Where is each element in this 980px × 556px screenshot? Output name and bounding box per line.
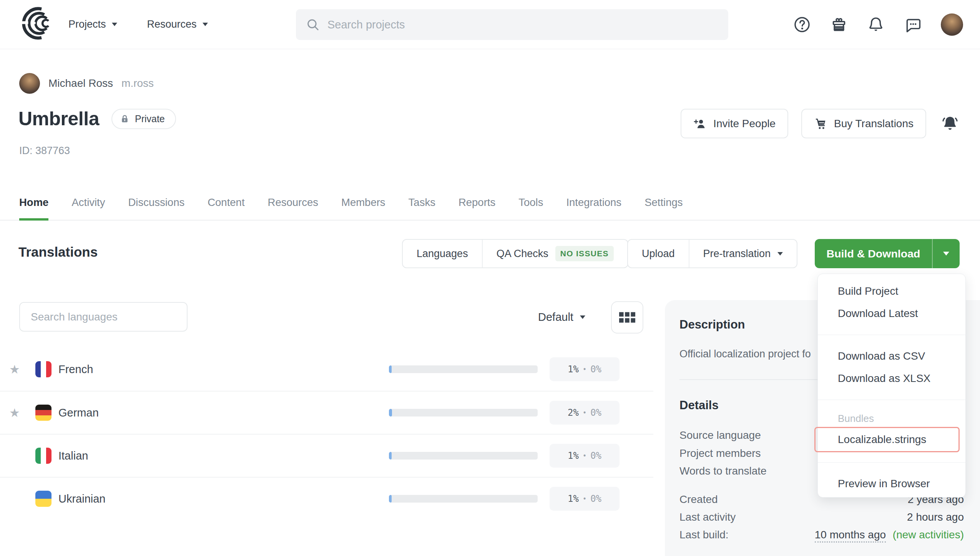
translation-progress-bar (389, 452, 538, 460)
progress-badge: 1% • 0% (550, 444, 620, 468)
help-icon[interactable] (793, 16, 811, 33)
buy-translations-button[interactable]: Buy Translations (801, 109, 926, 138)
search-languages-input[interactable] (19, 302, 188, 332)
approved-percent: 0% (590, 364, 601, 375)
languages-qa-group: Languages QA Checks NO ISSUES (402, 239, 628, 268)
privacy-badge: Private (111, 109, 176, 129)
search-icon (306, 18, 320, 32)
last-activity-row: Last activity 2 hours ago (679, 508, 964, 526)
messages-icon[interactable] (904, 16, 922, 33)
invite-people-button[interactable]: Invite People (681, 109, 788, 138)
language-name: Ukrainian (58, 493, 106, 505)
chevron-down-icon (943, 252, 949, 256)
build-download-label: Build & Download (827, 247, 920, 260)
progress-badge: 1% • 0% (550, 357, 620, 381)
divider (818, 335, 965, 335)
flag-ukraine-icon (35, 491, 51, 507)
translated-percent: 2% (568, 407, 579, 418)
approved-percent: 0% (590, 450, 601, 461)
pretranslation-label: Pre-translation (703, 248, 771, 260)
nav-projects-menu[interactable]: Projects (68, 18, 117, 30)
tab-tasks[interactable]: Tasks (409, 196, 435, 221)
menu-item-download-xlsx[interactable]: Download as XLSX (818, 367, 965, 390)
approved-percent: 0% (590, 493, 601, 504)
chevron-down-icon (112, 23, 117, 26)
menu-item-download-csv[interactable]: Download as CSV (818, 345, 965, 367)
tab-resources[interactable]: Resources (268, 196, 318, 221)
languages-label: Languages (417, 248, 468, 260)
progress-badge: 1% • 0% (550, 487, 620, 511)
menu-item-preview-in-browser[interactable]: Preview in Browser (818, 473, 965, 495)
owner-username: m.ross (121, 77, 154, 90)
percent-separator: • (583, 495, 586, 503)
divider (818, 462, 965, 463)
bundles-section-header: Bundles (818, 410, 965, 427)
languages-button[interactable]: Languages (403, 240, 482, 267)
language-name: Italian (58, 450, 88, 462)
tab-activity[interactable]: Activity (71, 196, 105, 221)
gift-icon[interactable] (830, 16, 848, 33)
language-row-ukrainian[interactable]: Ukrainian 1% • 0% (0, 477, 653, 520)
qa-checks-button[interactable]: QA Checks NO ISSUES (482, 240, 628, 267)
tab-members[interactable]: Members (341, 196, 385, 221)
translation-progress-bar (389, 409, 538, 417)
project-page: Projects Resources (0, 0, 980, 556)
flag-germany-icon (35, 405, 51, 421)
qa-status-badge: NO ISSUES (555, 246, 614, 261)
language-row-french[interactable]: ★ French 1% • 0% (0, 348, 653, 391)
translation-progress-bar (389, 365, 538, 373)
app-logo[interactable] (18, 7, 57, 42)
chevron-down-icon (203, 23, 208, 26)
menu-item-download-latest[interactable]: Download Latest (818, 302, 965, 325)
owner-row[interactable]: Michael Ross m.ross (19, 73, 154, 94)
nav-resources-menu[interactable]: Resources (147, 18, 208, 30)
last-build-row: Last build: 10 months ago (new activitie… (679, 526, 964, 544)
favorite-star-icon[interactable]: ★ (9, 363, 20, 375)
favorite-star-icon[interactable]: ★ (9, 407, 20, 419)
created-label: Created (679, 493, 718, 506)
lock-icon (120, 114, 130, 124)
language-list: ★ French 1% • 0% ★ German 2% • 0% (0, 348, 653, 520)
view-options-button[interactable] (611, 301, 643, 334)
last-activity-label: Last activity (679, 511, 736, 523)
build-download-menu: Build Project Download Latest Download a… (817, 274, 966, 498)
upload-button[interactable]: Upload (628, 240, 689, 267)
words-to-translate-label: Words to translate (679, 462, 767, 480)
buy-translations-label: Buy Translations (834, 118, 914, 130)
invite-people-label: Invite People (713, 118, 776, 130)
chevron-down-icon (777, 252, 783, 256)
description-title: Description (679, 318, 745, 332)
tab-integrations[interactable]: Integrations (566, 196, 621, 221)
build-download-button[interactable]: Build & Download (815, 239, 932, 268)
pretranslation-button[interactable]: Pre-translation (689, 240, 797, 267)
language-name: French (58, 363, 93, 376)
translated-percent: 1% (568, 364, 579, 375)
project-notifications-icon[interactable] (941, 115, 959, 133)
top-navbar: Projects Resources (0, 0, 980, 49)
sort-label: Default (538, 311, 573, 324)
header-actions: Invite People Buy Translations (681, 109, 959, 138)
notifications-bell-icon[interactable] (867, 16, 885, 33)
global-search (296, 9, 728, 40)
user-avatar[interactable] (941, 13, 963, 36)
language-row-german[interactable]: ★ German 2% • 0% (0, 391, 653, 434)
tab-content[interactable]: Content (208, 196, 244, 221)
build-download-menu-toggle[interactable] (932, 239, 960, 268)
main-menu: Projects Resources (68, 18, 208, 30)
tab-reports[interactable]: Reports (458, 196, 495, 221)
sort-dropdown[interactable]: Default (538, 307, 585, 327)
tab-discussions[interactable]: Discussions (128, 196, 185, 221)
new-activities-link[interactable]: (new activities) (893, 529, 964, 541)
project-title: Umbrella (18, 108, 99, 130)
last-build-link[interactable]: 10 months ago (815, 529, 886, 543)
menu-item-build-project[interactable]: Build Project (818, 280, 965, 302)
tab-home[interactable]: Home (19, 196, 48, 221)
build-download-split-button: Build & Download (815, 239, 960, 268)
tab-tools[interactable]: Tools (518, 196, 543, 221)
tab-settings[interactable]: Settings (644, 196, 683, 221)
search-projects-input[interactable] (327, 18, 718, 31)
person-plus-icon (693, 117, 706, 130)
menu-item-localizable-strings[interactable]: Localizable.strings (816, 428, 958, 451)
upload-pretranslation-group: Upload Pre-translation (627, 239, 797, 268)
language-row-italian[interactable]: Italian 1% • 0% (0, 434, 653, 477)
